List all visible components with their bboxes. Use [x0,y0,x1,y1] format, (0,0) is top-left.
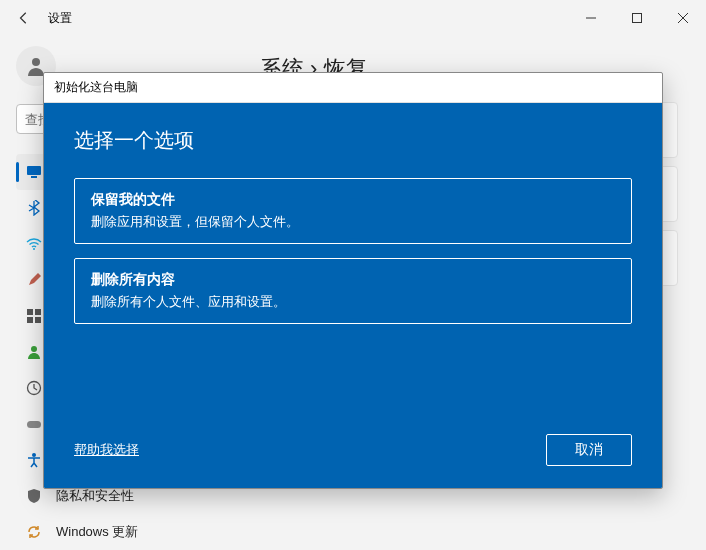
modal-backdrop: 初始化这台电脑 选择一个选项 保留我的文件 删除应用和设置，但保留个人文件。 删… [0,0,706,550]
option-keep-files[interactable]: 保留我的文件 删除应用和设置，但保留个人文件。 [74,178,632,244]
dialog-window-title: 初始化这台电脑 [44,73,662,103]
option-remove-everything[interactable]: 删除所有内容 删除所有个人文件、应用和设置。 [74,258,632,324]
reset-pc-dialog: 初始化这台电脑 选择一个选项 保留我的文件 删除应用和设置，但保留个人文件。 删… [43,72,663,489]
option-title: 删除所有内容 [91,271,615,289]
option-title: 保留我的文件 [91,191,615,209]
dialog-heading: 选择一个选项 [74,127,632,154]
option-desc: 删除所有个人文件、应用和设置。 [91,293,615,311]
cancel-button[interactable]: 取消 [546,434,632,466]
help-link[interactable]: 帮助我选择 [74,441,139,459]
option-desc: 删除应用和设置，但保留个人文件。 [91,213,615,231]
